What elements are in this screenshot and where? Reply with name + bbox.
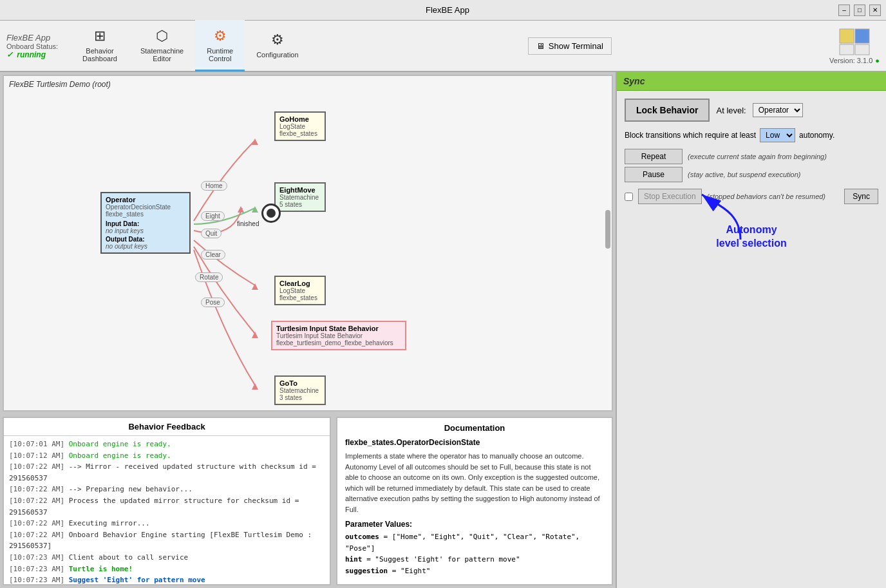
onboard-status: ✓ running (6, 50, 58, 59)
feedback-line-8: [10:07:23 AM] Client about to call servi… (9, 552, 325, 564)
turtlesim-package: flexbe_turtlesim_demo_flexbe_behaviors (276, 339, 401, 346)
lock-behavior-button[interactable]: Lock Behavior (625, 99, 710, 122)
window-controls[interactable]: – □ ✕ (838, 5, 881, 16)
level-select[interactable]: Operator Low High Full (753, 103, 803, 117)
svg-marker-8 (252, 332, 258, 338)
gohome-node[interactable]: GoHome LogState flexbe_states (274, 111, 326, 141)
doc-class-name: flexbe_states.OperatorDecisionState (345, 438, 604, 447)
turtlesim-node[interactable]: Turtlesim Input State Behavior Turtlesim… (271, 321, 406, 350)
output-label-eight: Eight (201, 211, 225, 221)
feedback-line-7: [10:07:22 AM] Onboard Behavior Engine st… (9, 529, 325, 552)
doc-param-suggestion: suggestion = "Eight" (345, 565, 604, 577)
svg-rect-0 (840, 29, 854, 43)
doc-panel: Documentation flexbe_states.OperatorDeci… (336, 417, 613, 585)
diagram-area: FlexBE Turtlesim Demo (root) (3, 75, 613, 412)
action-buttons: Repeat (execute current state again from… (625, 149, 878, 182)
finished-inner-icon (267, 209, 276, 218)
annotation-area: Autonomylevel selection (625, 217, 878, 257)
clearlog-node[interactable]: ClearLog LogState flexbe_states (274, 276, 326, 305)
sync-content: Lock Behavior At level: Operator Low Hig… (617, 91, 886, 265)
left-panel: FlexBE Turtlesim Demo (root) (0, 72, 616, 588)
at-level-label: At level: (716, 106, 746, 115)
eightmove-class: Statemachine (279, 194, 321, 201)
svg-marker-6 (238, 206, 244, 213)
goto-node[interactable]: GoTo Statemachine 3 states (274, 375, 326, 405)
gohome-title: GoHome (279, 115, 321, 123)
close-button[interactable]: ✕ (869, 5, 881, 16)
feedback-content[interactable]: [10:07:01 AM] Onboard engine is ready. [… (4, 436, 330, 584)
doc-param-hint: hint = "Suggest 'Eight' for pattern move… (345, 554, 604, 565)
nav-statemachine-editor[interactable]: ⬡ Statemachine Editor (129, 20, 195, 71)
finished-label: finished (237, 220, 259, 227)
svg-marker-4 (252, 138, 258, 145)
lock-row: Lock Behavior At level: Operator Low Hig… (625, 99, 878, 122)
output-label-quit: Quit (201, 229, 222, 238)
turtlesim-class: Turtlesim Input State Behavior (276, 332, 401, 339)
version-status-icon: ● (875, 57, 880, 64)
turtlesim-title: Turtlesim Input State Behavior (276, 325, 401, 332)
operator-input-label: Input Data: (106, 220, 185, 227)
doc-title: Documentation (345, 423, 604, 433)
clearlog-package: flexbe_states (279, 294, 321, 301)
behavior-dashboard-icon: ⊞ (94, 28, 106, 44)
goto-class: Statemachine (279, 387, 321, 394)
right-panel: Sync Lock Behavior At level: Operator Lo… (616, 72, 886, 588)
feedback-panel: Behavior Feedback [10:07:01 AM] Onboard … (3, 417, 331, 585)
operator-output-label: Output Data: (106, 236, 185, 243)
feedback-line-5: [10:07:22 AM] Process the updated mirror… (9, 495, 325, 518)
diagram-scrollbar[interactable] (605, 210, 610, 249)
goto-title: GoTo (279, 379, 321, 387)
clearlog-title: ClearLog (279, 280, 321, 287)
pause-button[interactable]: Pause (625, 167, 683, 182)
diagram-title: FlexBE Turtlesim Demo (root) (4, 76, 612, 93)
nav-items: ⊞ Behavior Dashboard ⬡ Statemachine Edit… (71, 20, 310, 71)
operator-node[interactable]: Operator OperatorDecisionState flexbe_st… (100, 192, 191, 254)
doc-param-title: Parameter Values: (345, 520, 604, 529)
output-label-pose: Pose (201, 298, 225, 307)
output-label-clear: Clear (201, 250, 225, 260)
eightmove-node[interactable]: EightMove Statemachine 5 states (274, 182, 326, 212)
terminal-icon: 🖥 (536, 41, 545, 51)
gohome-package: flexbe_states (279, 130, 321, 137)
show-terminal-button[interactable]: 🖥 Show Terminal (528, 37, 612, 55)
runtime-control-icon: ⚙ (214, 28, 227, 44)
repeat-button[interactable]: Repeat (625, 149, 683, 164)
bottom-panels: Behavior Feedback [10:07:01 AM] Onboard … (0, 414, 616, 588)
toolbar-right: Version: 3.1.0 ● (829, 28, 880, 64)
sync-header: Sync (617, 72, 886, 91)
autonomy-select[interactable]: Low High Full (760, 128, 795, 142)
nav-runtime-control[interactable]: ⚙ Runtime Control (195, 20, 245, 71)
minimize-button[interactable]: – (838, 5, 850, 16)
stop-checkbox[interactable] (625, 193, 633, 201)
nav-configuration-label: Configuration (256, 51, 298, 59)
finished-node (261, 204, 281, 223)
feedback-line-4: [10:07:22 AM] --> Preparing new behavior… (9, 484, 325, 495)
feedback-line-3: [10:07:22 AM] --> Mirror - received upda… (9, 461, 325, 484)
svg-marker-5 (252, 206, 258, 213)
doc-param-outcomes: outcomes = ["Home", "Eight", "Quit", "Cl… (345, 531, 604, 554)
main-content: FlexBE Turtlesim Demo (root) (0, 72, 886, 588)
version-label: Version: 3.1.0 ● (829, 57, 880, 64)
eightmove-title: EightMove (279, 186, 321, 194)
svg-rect-3 (855, 44, 869, 55)
svg-marker-9 (252, 383, 258, 390)
maximize-button[interactable]: □ (854, 5, 865, 16)
app-name-label: FlexBE App (6, 33, 58, 43)
svg-rect-2 (840, 44, 854, 55)
eightmove-detail: 5 states (279, 201, 321, 208)
doc-description: Implements a state where the operator ha… (345, 451, 604, 515)
feedback-line-1: [10:07:01 AM] Onboard engine is ready. (9, 439, 325, 450)
gohome-class: LogState (279, 123, 321, 130)
sync-button[interactable]: Sync (844, 189, 878, 204)
configuration-icon: ⚙ (271, 32, 284, 48)
nav-configuration[interactable]: ⚙ Configuration (245, 20, 310, 71)
toolbar: FlexBE App Onboard Status: ✓ running ⊞ B… (0, 21, 886, 72)
checkmark-icon: ✓ (6, 50, 13, 59)
svg-marker-7 (252, 283, 258, 290)
output-label-rotate: Rotate (195, 272, 223, 282)
nav-behavior-dashboard[interactable]: ⊞ Behavior Dashboard (71, 20, 129, 71)
onboard-label: Onboard Status: (6, 43, 58, 50)
pause-row: Pause (stay active, but suspend executio… (625, 167, 878, 182)
autonomy-prefix-label: Block transitions which require at least (625, 131, 756, 140)
app-info: FlexBE App Onboard Status: ✓ running (6, 33, 58, 59)
